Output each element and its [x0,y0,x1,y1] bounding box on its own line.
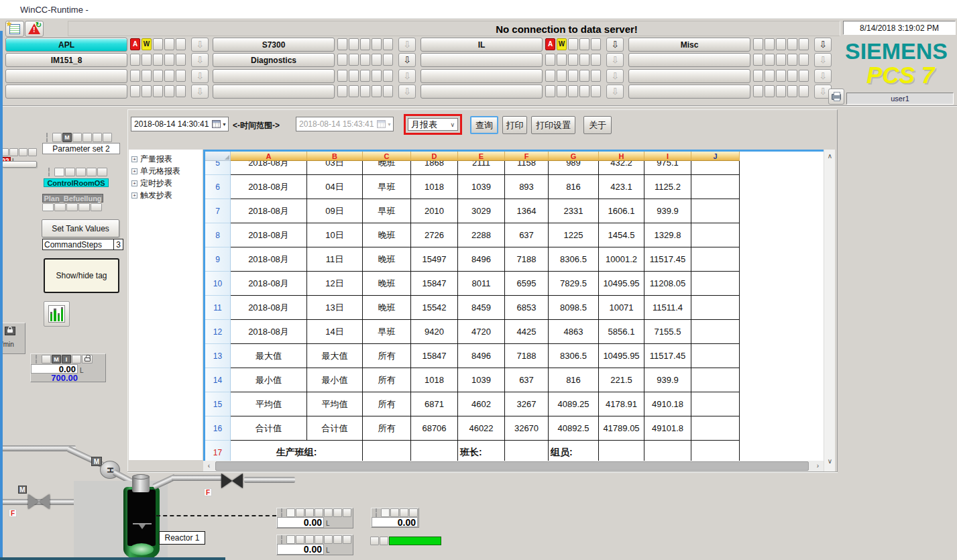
cell-D16[interactable]: 68706 [411,416,458,441]
reactor-label[interactable]: Reactor 1 [159,531,205,545]
cell-E6[interactable]: 1039 [458,175,505,199]
cell-B11[interactable]: 13日 [307,296,363,320]
status-cell[interactable] [372,38,382,50]
row-header[interactable]: 13 [205,344,231,368]
cell-C13[interactable]: 所有 [363,344,411,368]
column-header-I[interactable]: I [644,152,691,161]
cell-I11[interactable]: 11511.4 [644,296,691,320]
status-cell[interactable] [164,38,174,50]
status-cell[interactable] [776,38,786,50]
area-button[interactable] [213,85,335,99]
plan-befuellung-label[interactable]: Plan_Befuellung [42,194,103,203]
tree-item[interactable]: +触发抄表 [131,189,203,201]
status-cell[interactable] [164,70,174,82]
tree-expander-icon[interactable]: + [131,192,137,199]
footer-cell[interactable] [411,441,458,461]
cell-J16[interactable] [691,416,740,441]
cell-A15[interactable]: 平均值 [231,392,307,416]
cell-B7[interactable]: 09日 [307,199,363,223]
scroll-up-arrow[interactable]: ∧ [825,152,835,161]
status-cell[interactable] [579,54,589,66]
column-header-G[interactable]: G [549,152,599,161]
cell-A12[interactable]: 2018-08月 [231,320,307,344]
status-cell[interactable] [776,70,786,82]
status-cell[interactable] [787,38,797,50]
cell-C7[interactable]: 早班 [363,199,411,223]
status-cell[interactable] [130,70,140,82]
cell-A7[interactable]: 2018-08月 [231,199,307,223]
flow-alarm-badge[interactable]: F [204,488,212,496]
status-cell[interactable] [579,70,589,82]
motor-mode-badge[interactable]: M [18,486,27,494]
cell-J9[interactable] [691,247,740,272]
cell-G7[interactable]: 2331 [549,199,599,223]
area-button-apl[interactable]: APL [5,38,127,52]
status-cell[interactable] [579,38,589,50]
cell-J10[interactable] [691,272,740,296]
cell-B10[interactable]: 12日 [307,272,363,296]
team-member-label[interactable]: 组员: [549,441,599,461]
row-header[interactable]: 10 [205,272,231,296]
cell-C15[interactable]: 所有 [363,392,411,416]
report-type-select[interactable]: 月报表 ∨ [408,118,458,131]
cell-F10[interactable]: 6595 [505,272,549,296]
column-header-B[interactable]: B [307,152,363,161]
status-cell[interactable] [142,54,152,66]
cell-D14[interactable]: 1018 [411,368,458,392]
parameter-set-box[interactable]: Parameter set 2 [42,143,120,154]
cell-D5[interactable]: 1868 [411,161,458,175]
page-down-arrow-icon[interactable]: ⇩ [398,85,416,99]
cell-G14[interactable]: 816 [549,368,599,392]
status-cell[interactable] [372,85,382,97]
print-button[interactable]: 打印 [502,116,527,134]
area-button-im151_8[interactable]: IM151_8 [5,53,127,67]
status-cell[interactable] [383,85,393,97]
cell-H8[interactable]: 1454.5 [599,223,644,247]
cell-G12[interactable]: 4863 [549,320,599,344]
column-header-J[interactable]: J [691,152,740,161]
volume-value-1[interactable]: 0.00 [277,517,324,528]
row-header[interactable]: 6 [205,175,231,199]
page-down-arrow-icon[interactable]: ⇩ [398,53,416,67]
area-button-il[interactable]: IL [420,38,543,52]
column-header-E[interactable]: E [458,152,505,161]
cell-F12[interactable]: 4425 [505,320,549,344]
cell-C8[interactable]: 晚班 [363,223,411,247]
cell-B5[interactable]: 03日 [307,161,363,175]
area-button-s7300[interactable]: S7300 [213,38,335,52]
horizontal-scrollbar[interactable]: ‹ › [203,461,824,471]
status-cell[interactable] [557,70,567,82]
cell-F14[interactable]: 637 [505,368,549,392]
cell-H13[interactable]: 10495.95 [599,344,644,368]
cell-E7[interactable]: 3029 [458,199,505,223]
status-cell[interactable] [153,38,163,50]
row-header[interactable]: 15 [205,392,231,416]
status-cell[interactable] [776,54,786,66]
cell-F15[interactable]: 3267 [505,392,549,416]
status-cell[interactable] [337,85,347,97]
cell-E9[interactable]: 8496 [458,247,505,272]
cell-A5[interactable]: 2018-08月 [231,161,307,175]
page-down-arrow-icon[interactable]: ⇩ [191,53,209,67]
cell-A11[interactable]: 2018-08月 [231,296,307,320]
area-button-diagnostics[interactable]: Diagnostics [213,53,335,67]
column-header-A[interactable]: A [231,152,307,161]
cell-C10[interactable]: 晚班 [363,272,411,296]
row-header[interactable]: 12 [205,320,231,344]
cell-A6[interactable]: 2018-08月 [231,175,307,199]
cell-G16[interactable]: 40892.5 [549,416,599,441]
cell-F9[interactable]: 7188 [505,247,549,272]
status-cell[interactable] [591,85,601,97]
area-button[interactable] [213,69,335,83]
cell-G6[interactable]: 816 [549,175,599,199]
area-button[interactable] [5,85,127,99]
cell-G8[interactable]: 1225 [549,223,599,247]
page-down-arrow-icon[interactable]: ⇩ [606,69,624,83]
status-cell[interactable] [545,54,555,66]
cell-H6[interactable]: 423.1 [599,175,644,199]
status-cell[interactable] [568,54,578,66]
cell-C6[interactable]: 早班 [363,175,411,199]
cell-I9[interactable]: 11517.45 [644,247,691,272]
page-down-arrow-icon[interactable]: ⇩ [814,69,832,83]
status-cell[interactable] [787,85,797,97]
